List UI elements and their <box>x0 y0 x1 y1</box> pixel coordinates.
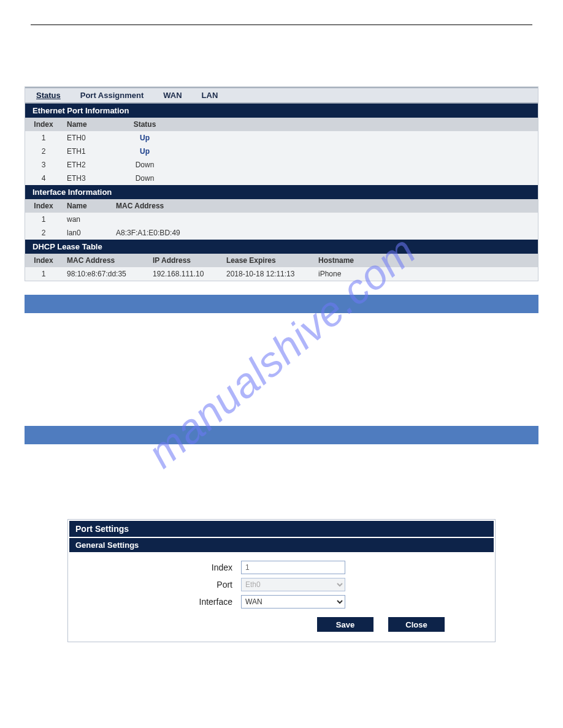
table-row: 1 98:10:e8:67:dd:35 192.168.111.10 2018-… <box>25 267 538 281</box>
if-col-name: Name <box>62 199 111 213</box>
if-col-index: Index <box>25 199 62 213</box>
dhcp-cell-mac: 98:10:e8:67:dd:35 <box>62 267 148 281</box>
if-cell-name: wan <box>62 213 111 226</box>
interface-info-title: Interface Information <box>25 185 538 199</box>
eth-cell-index: 3 <box>25 158 62 172</box>
index-label: Index <box>94 563 241 572</box>
dhcp-lease-table: Index MAC Address IP Address Lease Expir… <box>25 254 538 281</box>
tabs-bar: Status Port Assignment WAN LAN <box>25 87 538 104</box>
port-settings-panel: Port Settings General Settings Index Por… <box>67 519 496 642</box>
table-row: 1 ETH0 Up <box>25 131 538 145</box>
if-cell-mac: A8:3F:A1:E0:BD:49 <box>111 226 488 240</box>
dhcp-cell-expires: 2018-10-18 12:11:13 <box>221 267 313 281</box>
table-row: 2 ETH1 Up <box>25 145 538 158</box>
general-settings-title: General Settings <box>69 538 494 552</box>
eth-col-spacer <box>178 118 538 131</box>
eth-cell-name: ETH2 <box>62 158 111 172</box>
eth-cell-name: ETH0 <box>62 131 111 145</box>
dhcp-col-expires: Lease Expires <box>221 254 313 267</box>
eth-col-status: Status <box>111 118 178 131</box>
dhcp-col-mac: MAC Address <box>62 254 148 267</box>
eth-cell-name: ETH3 <box>62 172 111 185</box>
port-settings-title: Port Settings <box>69 521 494 537</box>
blue-strip-2 <box>25 426 538 444</box>
dhcp-cell-ip: 192.168.111.10 <box>148 267 221 281</box>
if-col-mac: MAC Address <box>111 199 488 213</box>
dhcp-cell-index: 1 <box>25 267 62 281</box>
interface-info-table: Index Name MAC Address 1 wan 2 lan0 A8:3… <box>25 199 538 240</box>
if-cell-index: 2 <box>25 226 62 240</box>
eth-cell-index: 1 <box>25 131 62 145</box>
table-row: 2 lan0 A8:3F:A1:E0:BD:49 <box>25 226 538 240</box>
interface-select[interactable]: WAN <box>241 595 345 609</box>
close-button[interactable]: Close <box>388 617 445 632</box>
eth-cell-name: ETH1 <box>62 145 111 158</box>
if-cell-index: 1 <box>25 213 62 226</box>
eth-cell-status: Down <box>111 172 178 185</box>
dhcp-col-hostname: Hostname <box>313 254 387 267</box>
port-select[interactable]: Eth0 <box>241 578 345 591</box>
status-panel: Status Port Assignment WAN LAN Ethernet … <box>25 86 538 281</box>
eth-cell-index: 4 <box>25 172 62 185</box>
dhcp-col-spacer <box>387 254 538 267</box>
ethernet-port-info-title: Ethernet Port Information <box>25 104 538 118</box>
interface-label: Interface <box>94 597 241 607</box>
table-row: 1 wan <box>25 213 538 226</box>
eth-cell-status: Up <box>111 131 178 145</box>
table-row: 4 ETH3 Down <box>25 172 538 185</box>
table-row: 3 ETH2 Down <box>25 158 538 172</box>
tab-lan[interactable]: LAN <box>202 91 218 100</box>
dhcp-lease-title: DHCP Lease Table <box>25 240 538 254</box>
eth-cell-status: Down <box>111 158 178 172</box>
eth-cell-status: Up <box>111 145 178 158</box>
blue-strip-1 <box>25 295 538 313</box>
index-field[interactable] <box>241 561 345 574</box>
if-cell-name: lan0 <box>62 226 111 240</box>
tab-port-assignment[interactable]: Port Assignment <box>80 91 144 100</box>
eth-col-name: Name <box>62 118 111 131</box>
port-label: Port <box>94 580 241 590</box>
dhcp-col-index: Index <box>25 254 62 267</box>
save-button[interactable]: Save <box>317 617 373 632</box>
if-cell-mac <box>111 213 488 226</box>
dhcp-col-ip: IP Address <box>148 254 221 267</box>
eth-cell-index: 2 <box>25 145 62 158</box>
dhcp-cell-hostname: iPhone <box>313 267 387 281</box>
if-col-spacer <box>488 199 538 213</box>
ethernet-port-table: Index Name Status 1 ETH0 Up 2 ETH1 Up 3 … <box>25 118 538 185</box>
tab-wan[interactable]: WAN <box>163 91 182 100</box>
tab-status[interactable]: Status <box>36 91 61 100</box>
eth-col-index: Index <box>25 118 62 131</box>
top-divider <box>31 25 532 25</box>
